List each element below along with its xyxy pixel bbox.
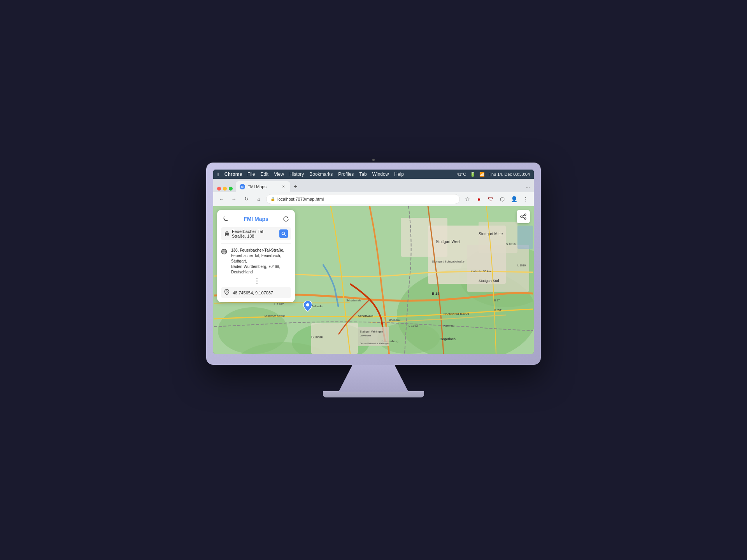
svg-text:Universität: Universität xyxy=(360,334,371,337)
map-pin-marker[interactable] xyxy=(303,301,312,313)
window-menu-item[interactable]: Window xyxy=(372,172,389,177)
divider-1 xyxy=(221,243,291,244)
svg-rect-12 xyxy=(479,222,517,253)
svg-point-63 xyxy=(524,218,526,219)
dark-mode-button[interactable] xyxy=(221,214,231,224)
svg-text:K 9511: K 9511 xyxy=(494,309,503,312)
svg-text:Schattwäld: Schattwäld xyxy=(358,314,373,318)
monitor-body:  Chrome File Edit View History Bookmark… xyxy=(206,163,541,365)
tab-favicon-icon: M xyxy=(240,184,245,189)
svg-text:Schwämmle: Schwämmle xyxy=(346,299,361,302)
close-traffic-light[interactable] xyxy=(217,187,221,191)
svg-text:Dachswald Tunnel: Dachswald Tunnel xyxy=(444,312,469,316)
apple-logo-icon:  xyxy=(217,172,219,177)
back-button[interactable]: ← xyxy=(216,194,226,204)
new-tab-button[interactable]: + xyxy=(290,181,301,192)
edit-menu-item[interactable]: Edit xyxy=(260,172,268,177)
svg-text:Stuttgart Süd: Stuttgart Süd xyxy=(479,279,499,283)
svg-text:Brudurau: Brudurau xyxy=(389,318,400,321)
chrome-menu-item[interactable]: Chrome xyxy=(224,172,242,177)
shield-icon[interactable]: 🛡 xyxy=(486,194,496,204)
fullscreen-traffic-light[interactable] xyxy=(229,187,233,191)
refresh-button[interactable] xyxy=(281,214,291,224)
coordinates-display: 48.745654, 9.107037 xyxy=(233,290,273,295)
svg-point-62 xyxy=(521,216,522,217)
svg-line-54 xyxy=(284,234,286,236)
coords-row: 48.745654, 9.107037 xyxy=(221,287,291,298)
address-text: 138, Feuerbacher-Tal-Straße, Feuerbacher… xyxy=(231,248,291,275)
svg-point-52 xyxy=(228,235,229,236)
svg-point-51 xyxy=(225,235,226,236)
monitor-wrapper:  Chrome File Edit View History Bookmark… xyxy=(206,163,541,397)
temperature-display: 41°C xyxy=(457,172,466,177)
svg-line-65 xyxy=(522,217,524,218)
svg-rect-10 xyxy=(401,218,447,257)
profiles-menu-item[interactable]: Profiles xyxy=(338,172,354,177)
svg-rect-44 xyxy=(517,226,533,249)
nav-right-icons: ☆ ● 🛡 ⬡ 👤 ⋮ xyxy=(462,194,531,204)
svg-text:Donau Universität Vaihingen: Donau Universität Vaihingen xyxy=(360,342,389,345)
globe-icon xyxy=(221,248,228,255)
chrome-nav-bar: ← → ↻ ⌂ 🔒 localhost:7070/map.html ☆ ● 🛡 … xyxy=(213,192,534,206)
battery-icon: 🔋 xyxy=(470,172,475,177)
lock-icon: 🔒 xyxy=(270,197,275,201)
map-sidebar: FMI Maps xyxy=(217,210,295,302)
svg-line-64 xyxy=(522,215,524,216)
puzzle-icon[interactable]: ⬡ xyxy=(497,194,507,204)
mac-menubar:  Chrome File Edit View History Bookmark… xyxy=(213,170,534,179)
svg-text:Stuttgart Mitte: Stuttgart Mitte xyxy=(479,232,503,236)
help-menu-item[interactable]: Help xyxy=(394,172,404,177)
svg-text:S 1016: S 1016 xyxy=(506,242,516,246)
svg-text:Stuttgart Vaihingen: Stuttgart Vaihingen xyxy=(360,330,383,333)
bookmarks-menu-item[interactable]: Bookmarks xyxy=(309,172,333,177)
chrome-tabs-bar: M FMI Maps ✕ + ⋯ xyxy=(213,179,534,192)
svg-text:Mühlbach Straße: Mühlbach Straße xyxy=(265,315,285,317)
svg-point-53 xyxy=(282,232,285,235)
share-route-button[interactable] xyxy=(517,210,530,223)
reload-button[interactable]: ↻ xyxy=(241,194,251,204)
svg-text:Karlsruhe 56 km: Karlsruhe 56 km xyxy=(471,270,491,273)
sidebar-title: FMI Maps xyxy=(231,216,281,222)
search-button[interactable] xyxy=(279,229,288,238)
url-display: localhost:7070/map.html xyxy=(277,197,324,201)
datetime-display: Thu 14. Dec 00:38:04 xyxy=(489,172,530,177)
svg-text:B 27: B 27 xyxy=(494,299,500,302)
transport-icon xyxy=(224,231,230,236)
svg-text:Solitude: Solitude xyxy=(311,304,323,308)
svg-text:L 1192: L 1192 xyxy=(409,324,418,327)
tab-menu-item[interactable]: Tab xyxy=(359,172,366,177)
svg-point-60 xyxy=(226,291,228,292)
address-bar[interactable]: 🔒 localhost:7070/map.html xyxy=(266,194,460,204)
monitor-screen:  Chrome File Edit View History Bookmark… xyxy=(213,170,534,354)
menu-dots-icon[interactable]: ⋮ xyxy=(521,194,531,204)
svg-point-61 xyxy=(524,214,526,215)
monitor-base xyxy=(323,391,424,397)
chrome-traffic-lights xyxy=(216,187,236,192)
pin-icon xyxy=(224,289,230,296)
route-dots xyxy=(221,276,291,285)
tab-close-button[interactable]: ✕ xyxy=(281,184,286,189)
search-input[interactable]: Feuerbacher-Tal-Straße, 138 xyxy=(232,229,277,238)
home-button[interactable]: ⌂ xyxy=(254,194,264,204)
sidebar-header: FMI Maps xyxy=(221,214,291,224)
monitor-stand xyxy=(338,365,409,392)
mac-menubar-right: 41°C 🔋 📶 Thu 14. Dec 00:38:04 xyxy=(457,172,530,177)
svg-text:L 1187: L 1187 xyxy=(274,303,284,306)
window-controls: ⋯ xyxy=(526,186,531,192)
profile-icon[interactable]: 👤 xyxy=(509,194,519,204)
search-row[interactable]: Feuerbacher-Tal-Straße, 138 xyxy=(221,227,291,240)
history-menu-item[interactable]: History xyxy=(289,172,304,177)
active-tab[interactable]: M FMI Maps ✕ xyxy=(236,181,290,192)
forward-button[interactable]: → xyxy=(229,194,239,204)
extensions-icon[interactable]: ● xyxy=(474,194,484,204)
svg-rect-50 xyxy=(225,233,229,235)
minimize-traffic-light[interactable] xyxy=(223,187,227,191)
svg-text:L 1016: L 1016 xyxy=(517,264,526,267)
file-menu-item[interactable]: File xyxy=(247,172,255,177)
camera-dot xyxy=(372,159,375,161)
bookmark-icon[interactable]: ☆ xyxy=(462,194,472,204)
svg-text:B 14: B 14 xyxy=(432,292,439,296)
chrome-browser: M FMI Maps ✕ + ⋯ ← → ↻ ⌂ � xyxy=(213,179,534,354)
view-menu-item[interactable]: View xyxy=(274,172,284,177)
tab-title: FMI Maps xyxy=(247,184,279,189)
